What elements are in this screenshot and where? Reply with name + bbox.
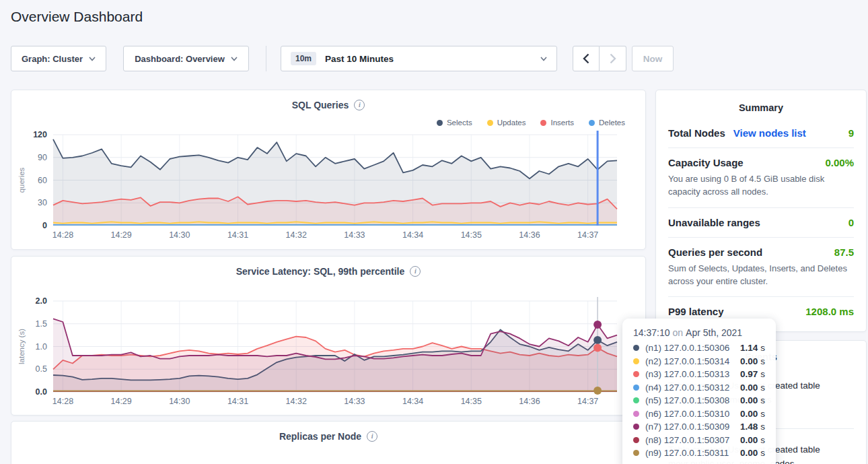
tooltip-row: (n7) 127.0.0.1:503091.48s <box>633 422 765 432</box>
tooltip-date: Apr 5th, 2021 <box>686 327 742 338</box>
svg-text:60: 60 <box>38 176 47 185</box>
chevron-left-icon <box>583 53 589 64</box>
tooltip-value: 0.00 <box>733 356 758 366</box>
svg-text:14:34: 14:34 <box>402 230 423 240</box>
prev-range-button[interactable] <box>573 46 600 71</box>
info-icon[interactable]: i <box>410 266 421 277</box>
summary-label: P99 latency <box>668 306 724 317</box>
tooltip-node-address: (n5) 127.0.0.1:50308 <box>645 395 733 405</box>
svg-text:14:37: 14:37 <box>577 230 598 240</box>
summary-label: Queries per second <box>668 246 762 258</box>
chevron-right-icon <box>610 53 616 64</box>
svg-text:latency (s): latency (s) <box>17 329 26 364</box>
tooltip-unit: s <box>760 448 765 458</box>
tooltip-node-address: (n7) 127.0.0.1:50309 <box>645 422 733 432</box>
time-range-badge: 10m <box>291 52 316 65</box>
tooltip-node-dot <box>633 397 639 403</box>
svg-text:queries: queries <box>17 167 26 193</box>
tooltip-unit: s <box>760 395 765 405</box>
nodes-list-link[interactable]: View nodes list <box>733 127 806 139</box>
time-range-nav <box>573 46 626 71</box>
summary-value: 0 <box>848 217 854 228</box>
tooltip-row: (n8) 127.0.0.1:503070.00s <box>633 435 765 445</box>
svg-text:14:37: 14:37 <box>577 397 598 406</box>
summary-row-capacity: Capacity Usage 0.00% You are using 0 B o… <box>668 147 854 207</box>
svg-text:14:32: 14:32 <box>286 230 307 240</box>
svg-text:2.0: 2.0 <box>36 296 47 306</box>
svg-text:1.5: 1.5 <box>36 319 47 329</box>
tooltip-value: 0.00 <box>733 448 758 458</box>
sql-queries-panel: SQL Queries i SelectsUpdatesInsertsDelet… <box>11 90 646 250</box>
svg-text:14:30: 14:30 <box>169 230 190 240</box>
info-icon[interactable]: i <box>354 100 365 110</box>
summary-value: 1208.0 ms <box>805 306 854 317</box>
svg-text:14:31: 14:31 <box>227 230 248 240</box>
svg-text:120: 120 <box>33 130 47 139</box>
svg-text:14:31: 14:31 <box>227 397 248 406</box>
svg-text:0.5: 0.5 <box>36 364 47 374</box>
service-latency-panel: Service Latency: SQL, 99th percentile i … <box>11 256 646 416</box>
dashboard-dropdown-label: Dashboard: Overview <box>135 54 225 64</box>
summary-title: Summary <box>656 102 866 113</box>
summary-description: Sum of Selects, Updates, Inserts, and De… <box>668 263 854 288</box>
summary-label: Capacity Usage <box>668 157 744 168</box>
tooltip-node-address: (n3) 127.0.0.1:50313 <box>645 369 733 379</box>
summary-panel: Summary Total Nodes View nodes list 9 Ca… <box>655 90 867 332</box>
chevron-down-icon <box>89 57 96 61</box>
panel-title: Replicas per Node i <box>11 431 645 442</box>
toolbar-divider <box>266 46 266 71</box>
service-latency-title: Service Latency: SQL, 99th percentile <box>236 266 405 277</box>
tooltip-node-dot <box>633 371 639 377</box>
chart-tooltip: 14:37:10onApr 5th, 2021 (n1) 127.0.0.1:5… <box>622 319 776 464</box>
sql-queries-chart[interactable]: 14:2814:2914:3014:3114:3214:3314:3414:35… <box>11 110 645 245</box>
info-icon[interactable]: i <box>367 431 377 442</box>
summary-row-qps: Queries per second 87.5 Sum of Selects, … <box>668 237 854 297</box>
tooltip-node-dot <box>633 345 639 351</box>
dashboard-dropdown[interactable]: Dashboard: Overview <box>123 46 249 71</box>
service-latency-chart[interactable]: 14:2814:2914:3014:3114:3214:3314:3414:35… <box>11 277 645 411</box>
tooltip-node-dot <box>633 450 639 456</box>
svg-text:0: 0 <box>42 221 47 230</box>
tooltip-node-address: (n4) 127.0.0.1:50312 <box>645 383 733 393</box>
tooltip-row: (n9) 127.0.0.1:503110.00s <box>633 448 765 458</box>
svg-text:14:33: 14:33 <box>344 397 365 406</box>
svg-text:14:35: 14:35 <box>461 397 482 406</box>
summary-description: You are using 0 B of 4.5 GiB usable disk… <box>668 173 854 199</box>
graph-dropdown-label: Graph: Cluster <box>22 54 83 64</box>
svg-text:14:35: 14:35 <box>461 230 482 240</box>
tooltip-value: 1.14 <box>733 343 758 353</box>
tooltip-node-dot <box>633 437 639 443</box>
tooltip-node-dot <box>633 411 639 417</box>
summary-value: 87.5 <box>834 246 854 258</box>
panel-title: Service Latency: SQL, 99th percentile i <box>11 266 645 277</box>
tooltip-unit: s <box>760 369 765 379</box>
tooltip-value: 0.97 <box>733 369 758 379</box>
tooltip-node-dot <box>633 424 639 430</box>
tooltip-row: (n4) 127.0.0.1:503120.00s <box>633 383 765 393</box>
time-range-picker[interactable]: 10m Past 10 Minutes <box>281 46 557 71</box>
tooltip-value: 0.00 <box>733 395 758 405</box>
tooltip-header: 14:37:10onApr 5th, 2021 <box>633 327 765 338</box>
tooltip-row: (n6) 127.0.0.1:503100.00s <box>633 409 765 419</box>
tooltip-node-address: (n9) 127.0.0.1:50311 <box>645 448 733 458</box>
next-range-button[interactable] <box>600 46 626 71</box>
svg-text:14:36: 14:36 <box>519 397 540 406</box>
tooltip-unit: s <box>760 409 765 419</box>
now-button[interactable]: Now <box>632 46 674 71</box>
svg-text:14:32: 14:32 <box>286 397 307 406</box>
tooltip-node-address: (n2) 127.0.0.1:50314 <box>645 356 733 366</box>
time-range-label: Past 10 Minutes <box>325 54 540 64</box>
tooltip-node-address: (n6) 127.0.0.1:50310 <box>645 409 733 419</box>
svg-text:30: 30 <box>38 198 47 207</box>
overview-dashboard-page: Overview Dashboard Graph: Cluster Dashbo… <box>0 0 868 464</box>
graph-dropdown[interactable]: Graph: Cluster <box>11 46 106 71</box>
svg-text:90: 90 <box>38 153 47 162</box>
tooltip-connector: on <box>673 327 684 338</box>
replicas-per-node-panel: Replicas per Node i <box>11 421 646 464</box>
tooltip-node-dot <box>633 385 639 391</box>
summary-row-unavailable-ranges: Unavailable ranges 0 <box>668 207 854 237</box>
page-title: Overview Dashboard <box>11 9 143 25</box>
tooltip-node-address: (n8) 127.0.0.1:50307 <box>645 435 733 445</box>
svg-text:14:30: 14:30 <box>169 397 190 406</box>
replicas-per-node-title: Replicas per Node <box>279 431 361 442</box>
